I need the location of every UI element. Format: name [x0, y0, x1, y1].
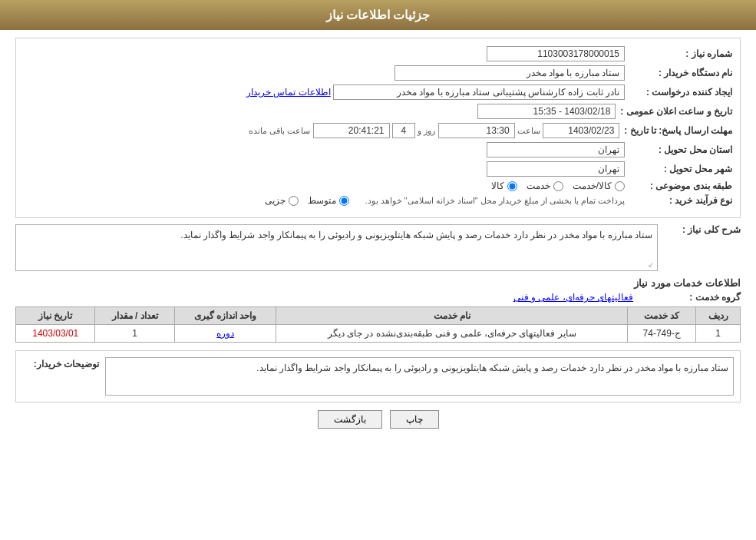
process-jozi[interactable]: جزیی [265, 195, 299, 206]
need-desc-label: شرح کلی نیاز : [664, 224, 741, 235]
announce-date-label: تاریخ و ساعت اعلان عمومی : [616, 106, 732, 117]
cell-index: 1 [696, 325, 741, 343]
service-group-label: گروه خدمت : [633, 292, 741, 303]
col-name: نام خدمت [276, 307, 628, 325]
page-header: جزئیات اطلاعات نیاز [0, 0, 756, 30]
category-radio-khedmat[interactable] [553, 181, 563, 191]
buyer-desc-section: ستاد مبارزه با مواد مخدر در نظر دارد خدم… [15, 350, 741, 403]
response-deadline-row: مهلت ارسال پاسخ: تا تاریخ : 1403/02/23 س… [24, 123, 732, 138]
city-value: تهران [487, 161, 625, 177]
page-title: جزئیات اطلاعات نیاز [326, 8, 431, 22]
creator-contact-link[interactable]: اطلاعات تماس خریدار [246, 87, 331, 98]
content-area: شماره نیاز : 1103003178000015 نام دستگاه… [0, 30, 756, 444]
process-row: نوع فرآیند خرید : پرداخت تمام یا بخشی از… [24, 195, 732, 206]
process-motavaset-label: متوسط [308, 195, 336, 206]
cell-unit: دوره [174, 325, 276, 343]
service-table-section: ردیف کد خدمت نام خدمت واحد اندازه گیری ت… [15, 306, 741, 343]
cell-name: سایر فعالیتهای حرفه‌ای، علمی و فنی طبقه‌… [276, 325, 628, 343]
buyer-org-value: ستاد مبارزه با مواد مخدر [395, 65, 625, 81]
category-row: طبقه بندی موضوعی : کالا/خدمت خدمت کالا [24, 181, 732, 191]
category-label: طبقه بندی موضوعی : [625, 181, 732, 191]
need-desc-resize-icon: ↙ [16, 259, 657, 270]
buyer-desc-label: توضیحات خریدار: [22, 359, 99, 369]
process-note: پرداخت تمام یا بخشی از مبلغ خریدار محل "… [365, 196, 625, 206]
cell-qty: 1 [95, 325, 174, 343]
buyer-org-label: نام دستگاه خریدار : [625, 68, 732, 78]
creator-label: ایجاد کننده درخواست : [625, 87, 732, 98]
response-remaining-label: ساعت باقی مانده [249, 126, 310, 136]
print-button[interactable]: چاپ [390, 410, 439, 429]
category-radio-group: کالا/خدمت خدمت کالا [491, 181, 625, 191]
cell-code: ج-749-74 [628, 325, 696, 343]
creator-value: نادر ثابت زاده کارشناس پشتیبانی ستاد مبا… [333, 84, 625, 100]
service-group-row: گروه خدمت : فعالیتهای حرفه‌ای، علمی و فن… [15, 292, 741, 303]
service-table: ردیف کد خدمت نام خدمت واحد اندازه گیری ت… [15, 306, 741, 343]
category-kala-khedmat[interactable]: کالا/خدمت [573, 181, 625, 191]
response-deadline-label: مهلت ارسال پاسخ: تا تاریخ : [619, 125, 732, 136]
response-days-label: روز و [418, 126, 435, 136]
general-info-box: شماره نیاز : 1103003178000015 نام دستگاه… [15, 38, 741, 218]
response-time-label: ساعت [517, 126, 540, 136]
process-jozi-label: جزیی [265, 195, 286, 206]
province-value: تهران [487, 142, 625, 157]
province-label: استان محل تحویل : [625, 144, 732, 155]
announce-date-row: تاریخ و ساعت اعلان عمومی : 1403/02/18 - … [24, 104, 732, 119]
response-deadline-date: 1403/02/23 [543, 123, 619, 138]
service-group-value[interactable]: فعالیتهای حرفه‌ای، علمی و فنی [513, 292, 633, 303]
need-number-value: 1103003178000015 [487, 46, 625, 61]
buyer-org-row: نام دستگاه خریدار : ستاد مبارزه با مواد … [24, 65, 732, 81]
response-deadline-time: 13:30 [438, 123, 515, 138]
category-khedmat-label: خدمت [527, 181, 550, 191]
col-code: کد خدمت [628, 307, 696, 325]
col-unit: واحد اندازه گیری [174, 307, 276, 325]
col-qty: تعداد / مقدار [95, 307, 174, 325]
service-info-title: اطلاعات خدمات مورد نیاز [15, 277, 741, 289]
page-container: جزئیات اطلاعات نیاز شماره نیاز : 1103003… [0, 0, 756, 540]
category-khedmat[interactable]: خدمت [527, 181, 563, 191]
need-number-label: شماره نیاز : [625, 48, 732, 59]
response-deadline-days: 4 [392, 123, 415, 138]
category-kala[interactable]: کالا [491, 181, 517, 191]
buttons-row: چاپ بازگشت [15, 410, 741, 429]
process-label: نوع فرآیند خرید : [625, 195, 732, 206]
category-kala-khedmat-label: کالا/خدمت [573, 181, 612, 191]
category-kala-label: کالا [491, 181, 504, 191]
back-button[interactable]: بازگشت [318, 410, 382, 429]
process-radio-jozi[interactable] [289, 196, 299, 206]
announce-date-value: 1403/02/18 - 15:35 [477, 104, 616, 119]
need-desc-value: ستاد مبارزه با مواد مخدر در نظر دارد خدم… [16, 225, 657, 259]
province-row: استان محل تحویل : تهران [24, 142, 732, 157]
category-radio-kala[interactable] [507, 181, 517, 191]
response-deadline-remaining: 20:41:21 [313, 123, 390, 138]
city-label: شهر محل تحویل : [625, 164, 732, 174]
process-radio-motavaset[interactable] [339, 196, 349, 206]
buyer-desc-text: ستاد مبارزه با مواد مخدر در نظر دارد خدم… [105, 357, 734, 396]
buyer-desc-row: ستاد مبارزه با مواد مخدر در نظر دارد خدم… [22, 357, 734, 396]
category-radio-kala-khedmat[interactable] [615, 181, 625, 191]
col-date: تاریخ نیاز [16, 307, 95, 325]
cell-date: 1403/03/01 [16, 325, 95, 343]
city-row: شهر محل تحویل : تهران [24, 161, 732, 177]
need-desc-container: ستاد مبارزه با مواد مخدر در نظر دارد خدم… [15, 224, 658, 271]
need-desc-section: شرح کلی نیاز : ستاد مبارزه با مواد مخدر … [15, 224, 741, 271]
creator-row: ایجاد کننده درخواست : نادر ثابت زاده کار… [24, 84, 732, 100]
col-index: ردیف [696, 307, 741, 325]
need-number-row: شماره نیاز : 1103003178000015 [24, 46, 732, 61]
process-motavaset[interactable]: متوسط [308, 195, 349, 206]
process-radio-group: پرداخت تمام یا بخشی از مبلغ خریدار محل "… [265, 195, 625, 206]
table-row: 1 ج-749-74 سایر فعالیتهای حرفه‌ای، علمی … [16, 325, 741, 343]
